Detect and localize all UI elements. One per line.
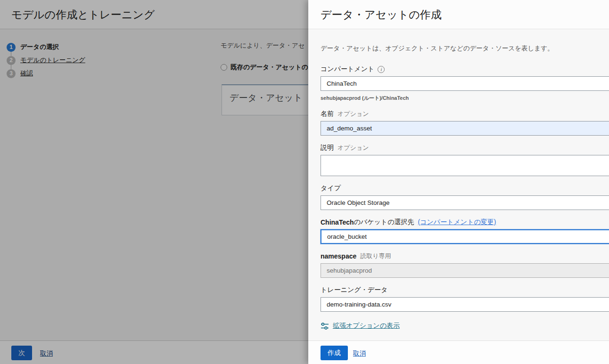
bucket-compartment-name: ChinaTech: [321, 218, 354, 226]
bucket-field-group: ChinaTech のバケットの選択先 (コンパートメントの変更): [321, 218, 609, 244]
show-advanced-options-link[interactable]: 拡張オプションの表示: [333, 322, 400, 330]
panel-header: データ・アセットの作成: [308, 0, 609, 29]
description-label-row: 説明 オプション: [321, 144, 609, 152]
description-label: 説明: [321, 144, 334, 152]
training-data-label: トレーニング・データ: [321, 286, 387, 294]
bucket-label-row: ChinaTech のバケットの選択先 (コンパートメントの変更): [321, 218, 609, 226]
panel-description: データ・アセットは、オブジェクト・ストアなどのデータ・ソースを表します。: [321, 44, 609, 53]
compartment-label: コンパートメント: [321, 65, 374, 73]
type-select[interactable]: [321, 195, 609, 210]
bucket-label: のバケットの選択先: [354, 218, 414, 226]
namespace-field-group: namespace 読取り専用: [321, 252, 609, 278]
namespace-input: [321, 263, 609, 278]
training-data-select[interactable]: [321, 297, 609, 312]
compartment-select[interactable]: [321, 76, 609, 91]
bucket-select[interactable]: [321, 229, 609, 244]
description-optional-suffix: オプション: [337, 144, 369, 152]
change-compartment-link[interactable]: (コンパートメントの変更): [418, 218, 496, 226]
type-field-group: タイプ: [321, 184, 609, 210]
create-data-asset-panel: データ・アセットの作成 データ・アセットは、オブジェクト・ストアなどのデータ・ソ…: [308, 0, 609, 364]
screen: モデルの作成とトレーニング 1 データの選択 2 モデルのトレーニング 3 確認…: [0, 0, 609, 364]
namespace-label-row: namespace 読取り専用: [321, 252, 609, 260]
name-field-group: 名前 オプション: [321, 110, 609, 136]
compartment-path-helper: sehubjapacprod (ルート)/ChinaTech: [321, 95, 609, 102]
description-textarea[interactable]: [321, 155, 609, 176]
compartment-label-row: コンパートメント i: [321, 65, 609, 73]
name-input[interactable]: [321, 121, 609, 136]
panel-cancel-link[interactable]: 取消: [353, 349, 366, 358]
type-label: タイプ: [321, 184, 341, 193]
modal-dim-overlay: [0, 0, 308, 364]
name-label: 名前: [321, 110, 334, 118]
create-button[interactable]: 作成: [321, 346, 348, 360]
sliders-icon: [321, 322, 329, 330]
training-data-label-row: トレーニング・データ: [321, 286, 609, 294]
description-field-group: 説明 オプション: [321, 144, 609, 176]
panel-body: データ・アセットは、オブジェクト・ストアなどのデータ・ソースを表します。 コンパ…: [308, 29, 609, 340]
namespace-readonly-suffix: 読取り専用: [360, 252, 391, 260]
panel-footer: 作成 取消: [308, 340, 609, 364]
training-data-field-group: トレーニング・データ: [321, 286, 609, 312]
compartment-field-group: コンパートメント i sehubjapacprod (ルート)/ChinaTec…: [321, 65, 609, 102]
panel-title: データ・アセットの作成: [321, 8, 442, 22]
info-icon[interactable]: i: [378, 66, 385, 73]
name-optional-suffix: オプション: [337, 110, 369, 118]
name-label-row: 名前 オプション: [321, 110, 609, 118]
type-label-row: タイプ: [321, 184, 609, 193]
namespace-label: namespace: [321, 252, 356, 260]
advanced-options-row: 拡張オプションの表示: [321, 322, 609, 330]
